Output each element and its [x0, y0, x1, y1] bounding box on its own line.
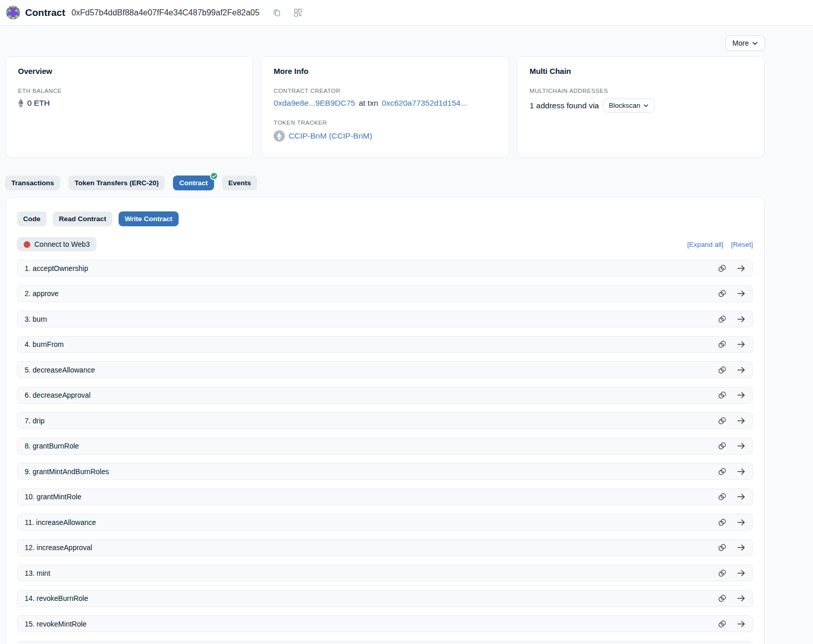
at-txn-text: at txn [359, 99, 378, 108]
function-row[interactable]: 8. grantBurnRole [17, 438, 753, 455]
arrow-right-icon[interactable] [737, 341, 745, 348]
token-tracker-label: TOKEN TRACKER [274, 120, 496, 126]
arrow-right-icon[interactable] [737, 417, 745, 424]
permalink-icon[interactable] [718, 417, 726, 425]
more-info-title: More Info [274, 67, 496, 75]
function-name: 10. grantMintRole [25, 493, 82, 501]
function-row[interactable]: 7. drip [17, 412, 753, 429]
blockscan-dropdown[interactable]: Blockscan [603, 99, 655, 112]
permalink-icon[interactable] [718, 493, 726, 501]
arrow-right-icon[interactable] [737, 468, 745, 475]
main-tabs: Transactions Token Transfers (ERC-20) Co… [5, 175, 765, 190]
multichain-found-text: 1 address found via [530, 101, 599, 110]
blockscan-label: Blockscan [609, 102, 641, 109]
permalink-icon[interactable] [718, 543, 726, 552]
disconnected-red-dot-icon [24, 241, 30, 248]
function-name: 13. mint [25, 569, 50, 577]
function-row[interactable]: 11. increaseAllowance [17, 514, 753, 531]
permalink-icon[interactable] [718, 366, 726, 374]
tab-token-transfers[interactable]: Token Transfers (ERC-20) [68, 175, 165, 190]
arrow-right-icon[interactable] [737, 442, 745, 450]
function-row[interactable]: 6. decreaseApproval [17, 387, 753, 404]
eth-diamond-icon [18, 99, 24, 108]
tab-contract[interactable]: Contract [173, 175, 214, 190]
copy-icon[interactable] [272, 8, 281, 17]
multi-chain-title: Multi Chain [530, 67, 752, 75]
overview-title: Overview [18, 67, 240, 75]
function-row[interactable]: 13. mint [17, 564, 753, 581]
contract-address: 0xFd57b4ddBf88a4e07fF4e34C487b99af2Fe82a… [71, 8, 260, 17]
function-row[interactable]: 1. acceptOwnership [17, 260, 753, 277]
token-tracker-link[interactable]: CCIP-BnM (CCIP-BnM) [288, 131, 372, 141]
permalink-icon[interactable] [718, 315, 726, 323]
verified-check-icon [210, 172, 218, 180]
reset-link[interactable]: [Reset] [731, 241, 753, 248]
multi-chain-card: Multi Chain MULTICHAIN ADDRESSES 1 addre… [517, 56, 765, 158]
contract-creator-label: CONTRACT CREATOR [274, 88, 496, 94]
qr-code-icon[interactable] [294, 8, 302, 17]
more-dropdown-button[interactable]: More [725, 35, 765, 51]
eth-balance-label: ETH BALANCE [18, 88, 240, 94]
creation-txn-link[interactable]: 0xc620a77352d1d154... [382, 99, 467, 108]
function-row[interactable]: 15. revokeMintRole [17, 615, 753, 632]
permalink-icon[interactable] [718, 467, 726, 476]
arrow-right-icon[interactable] [737, 544, 745, 551]
function-name: 6. decreaseApproval [25, 391, 90, 399]
function-name: 2. approve [25, 289, 59, 298]
function-name: 8. grantBurnRole [25, 442, 79, 450]
permalink-icon[interactable] [718, 391, 726, 399]
arrow-right-icon[interactable] [737, 316, 745, 323]
permalink-icon[interactable] [718, 569, 726, 577]
subtab-read-contract[interactable]: Read Contract [53, 211, 112, 226]
function-row-partial[interactable] [17, 641, 753, 644]
permalink-icon[interactable] [718, 620, 726, 628]
subtab-write-contract[interactable]: Write Contract [119, 211, 179, 226]
function-row[interactable]: 2. approve [17, 285, 753, 302]
connect-label: Connect to Web3 [34, 240, 90, 248]
function-row[interactable]: 10. grantMintRole [17, 489, 753, 505]
expand-all-link[interactable]: [Expand all] [687, 241, 724, 248]
write-function-list: 1. acceptOwnership 2. approve [17, 260, 753, 644]
function-name: 12. increaseApproval [25, 543, 92, 552]
subtab-code[interactable]: Code [17, 211, 47, 226]
contract-subtabs: Code Read Contract Write Contract [17, 211, 753, 226]
overview-card: Overview ETH BALANCE 0 ETH [5, 56, 253, 158]
arrow-right-icon[interactable] [737, 265, 745, 272]
permalink-icon[interactable] [718, 518, 726, 526]
function-name: 7. drip [25, 417, 45, 425]
permalink-icon[interactable] [718, 340, 726, 348]
creator-address-link[interactable]: 0xda9e8e...9EB9DC75 [274, 99, 355, 108]
page-title: Contract [25, 7, 65, 18]
arrow-right-icon[interactable] [737, 595, 745, 602]
page-container: More Overview ETH BALANCE 0 ETH More Inf… [5, 35, 765, 644]
function-row[interactable]: 14. revokeBurnRole [17, 590, 753, 607]
function-name: 3. burn [25, 315, 47, 323]
function-row[interactable]: 4. burnFrom [17, 336, 753, 353]
tab-events[interactable]: Events [222, 175, 257, 190]
permalink-icon[interactable] [718, 289, 726, 298]
function-row[interactable]: 12. increaseApproval [17, 539, 753, 556]
permalink-icon[interactable] [718, 264, 726, 272]
chevron-down-icon [644, 104, 648, 107]
function-name: 11. increaseAllowance [25, 518, 96, 526]
arrow-right-icon[interactable] [737, 620, 745, 628]
arrow-right-icon[interactable] [737, 366, 745, 374]
permalink-icon[interactable] [718, 442, 726, 450]
more-label: More [732, 39, 749, 47]
function-name: 15. revokeMintRole [25, 620, 87, 628]
connect-to-web3-button[interactable]: Connect to Web3 [17, 237, 96, 251]
arrow-right-icon[interactable] [737, 392, 745, 399]
function-row[interactable]: 9. grantMintAndBurnRoles [17, 463, 753, 480]
function-name: 1. acceptOwnership [25, 264, 88, 272]
tab-transactions[interactable]: Transactions [5, 175, 60, 190]
permalink-icon[interactable] [718, 594, 726, 602]
arrow-right-icon[interactable] [737, 290, 745, 297]
arrow-right-icon[interactable] [737, 519, 745, 526]
arrow-right-icon[interactable] [737, 493, 745, 500]
function-name: 4. burnFrom [25, 340, 64, 348]
more-info-card: More Info CONTRACT CREATOR 0xda9e8e...9E… [261, 56, 509, 158]
contract-identicon [6, 6, 20, 19]
function-row[interactable]: 5. decreaseAllowance [17, 361, 753, 378]
arrow-right-icon[interactable] [737, 570, 745, 577]
function-row[interactable]: 3. burn [17, 310, 753, 327]
